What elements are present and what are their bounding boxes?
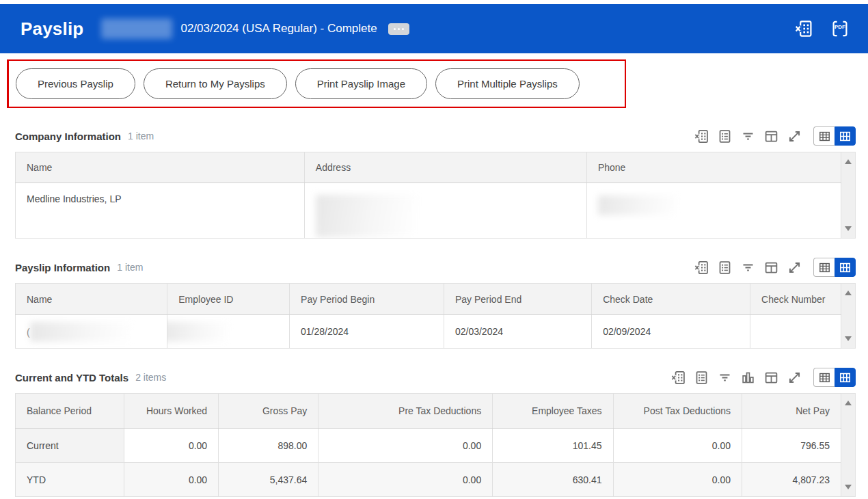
section-item-count: 1 item xyxy=(128,131,154,141)
scroll-down-icon[interactable] xyxy=(845,226,852,231)
return-to-my-payslips-button[interactable]: Return to My Payslips xyxy=(144,68,287,99)
filter-icon[interactable] xyxy=(741,129,755,144)
column-header-hours-worked: Hours Worked xyxy=(124,394,219,429)
column-header-post-tax-deductions: Post Tax Deductions xyxy=(613,394,742,429)
scroll-up-icon[interactable] xyxy=(845,159,852,164)
table-toolbar xyxy=(694,126,856,146)
hours-worked-cell: 0.00 xyxy=(124,463,219,497)
print-multiple-payslips-button[interactable]: Print Multiple Payslips xyxy=(435,68,580,99)
view-toggle-group xyxy=(813,258,856,277)
table-toolbar xyxy=(671,368,856,387)
table-scrollbar[interactable] xyxy=(841,152,856,239)
column-header-pay-period-end: Pay Period End xyxy=(444,284,591,315)
grid-compact-view-icon[interactable] xyxy=(813,126,835,146)
grid-compact-view-icon[interactable] xyxy=(813,258,835,277)
export-to-excel-icon[interactable] xyxy=(694,129,709,144)
view-toggle-group xyxy=(813,368,856,387)
expand-table-icon[interactable] xyxy=(787,260,802,275)
redacted-employee-id xyxy=(167,322,230,342)
column-chart-icon[interactable] xyxy=(741,370,755,385)
payslip-subtitle: 02/03/2024 (USA Regular) - Complete xyxy=(180,22,377,36)
section-item-count: 1 item xyxy=(117,262,143,273)
check-number-cell xyxy=(750,315,841,349)
table-scrollbar[interactable] xyxy=(841,393,856,497)
grid-compact-view-icon[interactable] xyxy=(813,368,835,387)
redacted-address xyxy=(316,195,417,237)
pay-period-begin-cell: 01/28/2024 xyxy=(290,315,444,349)
column-header-balance-period: Balance Period xyxy=(16,394,124,429)
related-actions-button[interactable] xyxy=(388,23,409,35)
company-phone-cell xyxy=(586,183,841,239)
redacted-phone xyxy=(598,195,679,215)
app-header: Payslip 02/03/2024 (USA Regular) - Compl… xyxy=(0,4,868,53)
freeze-columns-icon[interactable] xyxy=(764,129,778,144)
employee-id-cell xyxy=(167,315,290,349)
filter-icon[interactable] xyxy=(741,260,755,275)
scroll-up-icon[interactable] xyxy=(845,291,852,295)
column-header-pre-tax-deductions: Pre Tax Deductions xyxy=(318,394,493,429)
export-to-excel-icon[interactable] xyxy=(671,370,686,385)
section-item-count: 2 items xyxy=(135,372,166,383)
column-header-address: Address xyxy=(304,152,586,183)
table-scrollbar[interactable] xyxy=(841,283,856,349)
employee-name-cell: ( xyxy=(16,315,167,349)
view-printable-icon[interactable] xyxy=(718,260,732,275)
scroll-down-icon[interactable] xyxy=(845,336,852,341)
pay-period-end-cell: 02/03/2024 xyxy=(444,315,591,349)
export-to-excel-icon[interactable] xyxy=(694,260,709,275)
pre-tax-deductions-cell: 0.00 xyxy=(318,429,493,463)
table-row-ytd: YTD 0.00 5,437.64 0.00 630.41 0.00 4,807… xyxy=(16,463,841,497)
column-header-gross-pay: Gross Pay xyxy=(219,394,318,429)
column-header-name: Name xyxy=(16,152,305,183)
table-toolbar xyxy=(694,258,856,277)
gross-pay-cell: 5,437.64 xyxy=(219,463,318,497)
redacted-name xyxy=(30,322,133,342)
scroll-up-icon[interactable] xyxy=(845,401,852,405)
post-tax-deductions-cell: 0.00 xyxy=(613,463,742,497)
column-header-employee-id: Employee ID xyxy=(167,284,290,315)
section-title: Current and YTD Totals xyxy=(15,372,128,383)
redacted-employee-name xyxy=(101,18,172,39)
expand-table-icon[interactable] xyxy=(787,129,802,144)
page-title: Payslip xyxy=(21,18,83,40)
current-and-ytd-totals-table: Balance Period Hours Worked Gross Pay Pr… xyxy=(15,393,841,497)
payslip-information-table: Name Employee ID Pay Period Begin Pay Pe… xyxy=(15,283,841,349)
post-tax-deductions-cell: 0.00 xyxy=(613,429,742,463)
grid-expanded-view-icon[interactable] xyxy=(835,258,856,277)
view-printable-icon[interactable] xyxy=(718,129,732,144)
current-and-ytd-totals-section: Current and YTD Totals 2 items xyxy=(15,367,856,497)
balance-period-cell: Current xyxy=(16,429,124,463)
freeze-columns-icon[interactable] xyxy=(764,370,778,385)
employee-taxes-cell: 630.41 xyxy=(493,463,613,497)
company-name-cell: Medline Industries, LP xyxy=(16,183,305,239)
view-toggle-group xyxy=(813,126,856,146)
column-header-employee-taxes: Employee Taxes xyxy=(493,394,613,429)
expand-table-icon[interactable] xyxy=(787,370,802,385)
gross-pay-cell: 898.00 xyxy=(219,429,318,463)
export-to-excel-icon[interactable] xyxy=(795,20,813,38)
check-date-cell: 02/09/2024 xyxy=(592,315,750,349)
column-header-check-number: Check Number xyxy=(750,284,841,315)
filter-icon[interactable] xyxy=(718,370,732,385)
print-payslip-image-button[interactable]: Print Payslip Image xyxy=(295,68,427,99)
table-row: ( 01/28/2024 02/03/2024 02/09/2024 xyxy=(16,315,841,349)
pre-tax-deductions-cell: 0.00 xyxy=(318,463,493,497)
freeze-columns-icon[interactable] xyxy=(764,260,778,275)
balance-period-cell: YTD xyxy=(16,463,124,497)
ellipsis-icon xyxy=(394,28,396,30)
net-pay-cell: 796.55 xyxy=(742,429,841,463)
previous-payslip-button[interactable]: Previous Payslip xyxy=(16,68,135,99)
pdf-icon[interactable] xyxy=(831,20,849,38)
section-title: Payslip Information xyxy=(15,262,110,273)
grid-expanded-view-icon[interactable] xyxy=(835,368,856,387)
view-printable-icon[interactable] xyxy=(694,370,709,385)
company-information-table: Name Address Phone Medline Industries, L… xyxy=(15,152,841,239)
hours-worked-cell: 0.00 xyxy=(124,429,219,463)
scroll-down-icon[interactable] xyxy=(845,485,852,489)
table-row-current: Current 0.00 898.00 0.00 101.45 0.00 796… xyxy=(16,429,841,463)
net-pay-cell: 4,807.23 xyxy=(742,463,841,497)
employee-taxes-cell: 101.45 xyxy=(493,429,613,463)
grid-expanded-view-icon[interactable] xyxy=(835,126,856,146)
company-information-section: Company Information 1 item Name xyxy=(15,126,856,239)
column-header-phone: Phone xyxy=(586,152,841,183)
